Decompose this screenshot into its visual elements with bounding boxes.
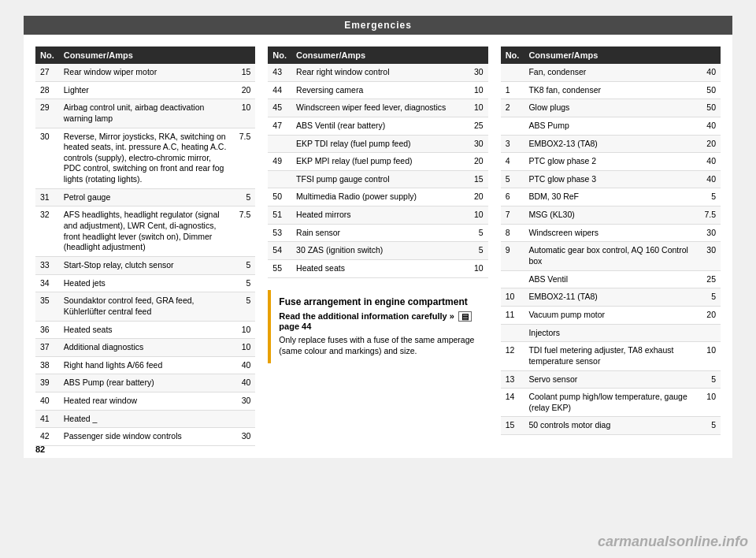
cell-no: 42 — [35, 428, 59, 446]
cell-consumer: Servo sensor — [524, 370, 699, 389]
cell-consumer: Heated rear window — [59, 392, 234, 411]
cell-no: 55 — [268, 260, 291, 278]
cell-consumer: Rear window wiper motor — [59, 64, 234, 81]
cell-amps: 40 — [699, 153, 721, 171]
cell-amps: 20 — [233, 81, 255, 99]
table-row: 42Passenger side window controls30 — [35, 428, 255, 446]
cell-amps: 15 — [466, 170, 488, 188]
cell-consumer: Reverse, Mirror joysticks, RKA, switchin… — [59, 128, 234, 188]
cell-no: 47 — [268, 117, 291, 135]
cell-amps: 30 — [233, 392, 255, 411]
col-no-3: No. — [501, 46, 524, 64]
cell-no: 8 — [501, 224, 524, 242]
cell-amps: 30 — [466, 135, 488, 153]
cell-amps: 5 — [233, 188, 255, 206]
cell-amps: 10 — [466, 206, 488, 225]
cell-consumer: Additional diagnostics — [59, 339, 234, 357]
cell-amps: 7.5 — [233, 206, 255, 257]
cell-consumer: PTC glow phase 3 — [524, 170, 699, 188]
cell-consumer: AFS headlights, headlight regulator (sig… — [59, 206, 234, 257]
table-row: 13Servo sensor5 — [501, 370, 721, 389]
table-row: 35Soundaktor control feed, GRA feed, Küh… — [35, 292, 255, 321]
cell-consumer: EKP TDI relay (fuel pump feed) — [291, 135, 466, 153]
cell-no — [268, 135, 291, 153]
cell-consumer: ABS Pump — [524, 117, 699, 135]
cell-consumer: Heated seats — [59, 321, 234, 339]
column-1: No. Consumer/Amps 27Rear window wiper mo… — [35, 46, 261, 446]
cell-no: 11 — [501, 306, 524, 324]
cell-amps: 40 — [233, 356, 255, 374]
table-row: ABS Pump40 — [501, 117, 721, 135]
watermark: carmanualsonline.info — [598, 534, 748, 550]
col-amps-1 — [233, 46, 255, 64]
cell-no — [501, 64, 524, 81]
cell-consumer: Coolant pump high/low temperature, gauge… — [524, 389, 699, 417]
cell-no: 53 — [268, 224, 291, 242]
cell-consumer: TK8 fan, condenser — [524, 81, 699, 99]
cell-no: 35 — [35, 292, 59, 321]
content-area: No. Consumer/Amps 27Rear window wiper mo… — [24, 35, 732, 458]
cell-no: 54 — [268, 242, 291, 260]
cell-consumer: Lighter — [59, 81, 234, 99]
cell-amps: 5 — [466, 224, 488, 242]
cell-no — [501, 117, 524, 135]
cell-no — [501, 270, 524, 288]
cell-no: 38 — [35, 356, 59, 374]
cell-consumer: PTC glow phase 2 — [524, 153, 699, 171]
cell-consumer: Passenger side window controls — [59, 428, 234, 446]
table-row: 6BDM, 30 ReF5 — [501, 188, 721, 206]
table-row: 30Reverse, Mirror joysticks, RKA, switch… — [35, 128, 255, 188]
table-row: 7MSG (KL30)7.5 — [501, 206, 721, 225]
cell-amps: 30 — [699, 224, 721, 242]
table-row: 5PTC glow phase 340 — [501, 170, 721, 188]
cell-no: 6 — [501, 188, 524, 206]
cell-amps: 30 — [699, 242, 721, 270]
page-header: Emergencies — [24, 16, 732, 35]
table-row: 9Automatic gear box control, AQ 160 Cont… — [501, 242, 721, 270]
cell-amps: 50 — [699, 99, 721, 117]
col-amps-3 — [699, 46, 721, 64]
cell-amps: 20 — [466, 153, 488, 171]
column-3: No. Consumer/Amps Fan, condenser401TK8 f… — [495, 46, 721, 446]
cell-amps: 40 — [699, 117, 721, 135]
fuse-note: Only replace fuses with a fuse of the sa… — [279, 334, 480, 357]
col-no-2: No. — [268, 46, 291, 64]
page-ref-num: page — [279, 322, 302, 331]
table-row: 11Vacuum pump motor20 — [501, 306, 721, 324]
cell-consumer: Injectors — [524, 324, 699, 342]
cell-no: 30 — [35, 128, 59, 188]
cell-amps — [699, 324, 721, 342]
table-row: 49EKP MPI relay (fuel pump feed)20 — [268, 153, 487, 171]
table-3: No. Consumer/Amps Fan, condenser401TK8 f… — [501, 46, 721, 435]
cell-consumer: EKP MPI relay (fuel pump feed) — [291, 153, 466, 171]
cell-amps: 10 — [699, 342, 721, 370]
arrow-icon: » — [450, 311, 454, 321]
cell-consumer: EMBOX2-13 (TA8) — [524, 135, 699, 153]
cell-consumer: Heated seats — [291, 260, 466, 278]
cell-amps: 40 — [699, 64, 721, 81]
cell-consumer: Heated mirrors — [291, 206, 466, 225]
table-row: 12TDI fuel metering adjuster, TA8 exhaus… — [501, 342, 721, 370]
cell-consumer: Airbag control unit, airbag deactivation… — [59, 99, 234, 128]
table-row: EKP TDI relay (fuel pump feed)30 — [268, 135, 487, 153]
cell-no: 37 — [35, 339, 59, 357]
cell-amps: 5 — [699, 370, 721, 389]
cell-no: 2 — [501, 99, 524, 117]
cell-no: 31 — [35, 188, 59, 206]
cell-consumer: Rain sensor — [291, 224, 466, 242]
col-no-1: No. — [35, 46, 59, 64]
cell-no: 7 — [501, 206, 524, 225]
cell-no: 13 — [501, 370, 524, 389]
col-consumer-3: Consumer/Amps — [524, 46, 699, 64]
cell-no: 51 — [268, 206, 291, 225]
table-row: 2Glow plugs50 — [501, 99, 721, 117]
cell-amps: 20 — [466, 188, 488, 206]
cell-consumer: Windscreen wiper feed lever, diagnostics — [291, 99, 466, 117]
cell-amps: 25 — [699, 270, 721, 288]
cell-amps: 25 — [466, 117, 488, 135]
cell-no: 43 — [268, 64, 291, 81]
table-row: 31Petrol gauge5 — [35, 188, 255, 206]
cell-consumer: Rear right window control — [291, 64, 466, 81]
cell-consumer: TFSI pump gauge control — [291, 170, 466, 188]
cell-consumer: ABS Ventil (rear battery) — [291, 117, 466, 135]
